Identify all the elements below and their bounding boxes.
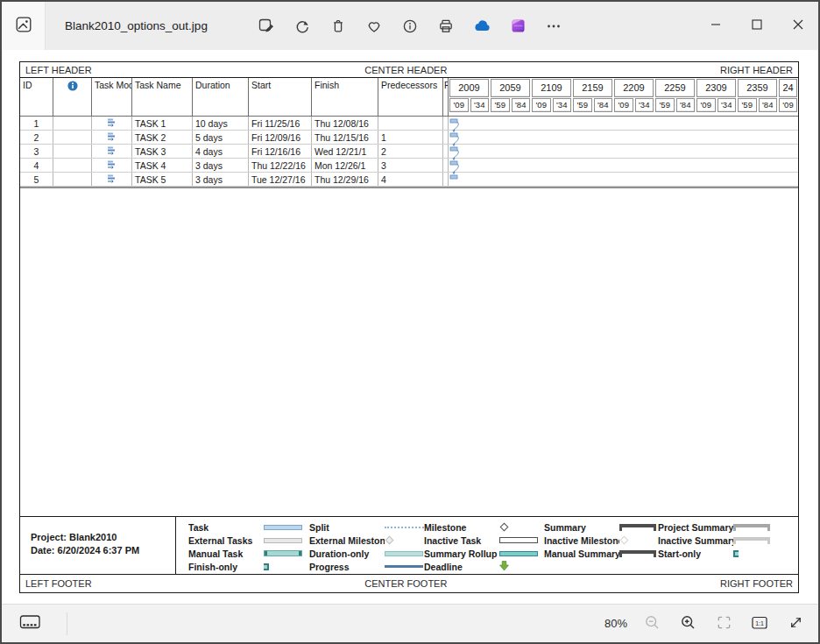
legend-column-5: Project Summary Inactive Summary Start-o…	[658, 520, 770, 560]
trash-icon	[329, 18, 347, 35]
rotate-button[interactable]	[290, 14, 315, 39]
cell-task-name: TASK 4	[132, 159, 193, 172]
legend-label: Manual Summary	[544, 548, 619, 559]
report-left-footer: LEFT FOOTER	[25, 578, 92, 589]
clipchamp-button[interactable]	[505, 14, 530, 39]
one-to-one-icon: 1:1	[751, 614, 768, 633]
fullscreen-icon	[788, 614, 804, 633]
cell-duration: 4 days	[193, 145, 249, 158]
minimize-button[interactable]	[695, 2, 736, 50]
project-date: Date: 6/20/2024 6:37 PM	[31, 544, 139, 557]
file-info-button[interactable]	[398, 14, 422, 39]
zoom-out-button[interactable]	[640, 612, 663, 635]
cell-task-name: TASK 5	[132, 173, 193, 186]
table-row: 3 TASK 3 4 days Fri 12/16/16 Wed 12/21/1…	[20, 145, 798, 159]
legend-column-4: Summary Inactive Milestone Manual Summar…	[544, 520, 656, 560]
rotate-icon	[293, 18, 311, 35]
table-row: 5 TASK 5 3 days Tue 12/27/16 Thu 12/29/1…	[20, 173, 798, 187]
legend-label: Manual Task	[188, 548, 264, 559]
legend-column-1: Task External Tasks Manual Task Finish-o…	[188, 520, 302, 573]
cell-task-mode	[92, 159, 132, 172]
print-button[interactable]	[434, 14, 458, 39]
printer-icon	[437, 18, 455, 35]
edit-icon	[258, 17, 276, 35]
app-tab[interactable]	[2, 2, 46, 50]
image-canvas: LEFT HEADER CENTER HEADER RIGHT HEADER I…	[2, 50, 818, 604]
cell-predecessors: 3	[378, 159, 443, 172]
timescale-year-column: 2159 '59'84	[572, 78, 613, 116]
legend-label: Inactive Milestone	[544, 535, 619, 546]
cell-id: 1	[20, 117, 53, 130]
cell-start: Tue 12/27/16	[249, 173, 312, 186]
window-controls	[695, 2, 818, 50]
delete-button[interactable]	[326, 14, 350, 39]
legend-label: Duration-only	[309, 548, 385, 559]
legend-milestone-swatch	[500, 523, 509, 532]
legend-column-2: Split External Milestone Duration-only P…	[309, 520, 427, 573]
project-info: Project: Blank2010 Date: 6/20/2024 6:37 …	[31, 531, 139, 557]
zoom-level: 80%	[604, 617, 627, 630]
close-button[interactable]	[777, 2, 818, 50]
legend-deadline-swatch	[499, 559, 509, 575]
report-center-header: CENTER HEADER	[364, 65, 447, 75]
cell-id: 3	[20, 145, 53, 158]
cell-info	[53, 173, 92, 186]
close-icon	[793, 19, 803, 32]
auto-scheduled-icon	[107, 160, 117, 169]
legend-inactive-task-swatch	[499, 537, 538, 543]
timescale-year-column: 2259 '59'84	[654, 78, 696, 116]
project-name: Project: Blank2010	[31, 531, 139, 544]
timescale-year-column: 2359 '59'84	[737, 78, 778, 116]
maximize-button[interactable]	[736, 2, 777, 50]
legend-inactive-summary-swatch	[733, 537, 770, 544]
onedrive-button[interactable]	[470, 14, 494, 39]
column-header-duration: Duration	[193, 78, 249, 116]
column-header-id: ID	[20, 78, 53, 116]
filmstrip-icon	[19, 614, 41, 633]
see-more-button[interactable]	[541, 14, 566, 39]
report-header-band: LEFT HEADER CENTER HEADER RIGHT HEADER	[20, 62, 798, 78]
column-header-predecessors: Predecessors	[378, 78, 443, 116]
clipchamp-icon	[509, 17, 527, 35]
legend-finish-only-swatch	[264, 563, 269, 570]
gantt-bars-and-links	[449, 117, 464, 188]
zoom-out-icon	[644, 614, 661, 633]
legend-start-only-swatch	[733, 550, 739, 557]
legend-label: Progress	[309, 562, 385, 572]
report-center-footer: CENTER FOOTER	[364, 578, 447, 589]
legend-label: Deadline	[424, 562, 499, 572]
legend-label: Task	[188, 522, 264, 533]
legend-summary-swatch	[619, 524, 656, 531]
edit-image-button[interactable]	[254, 14, 279, 39]
actual-size-button[interactable]: 1:1	[748, 612, 771, 635]
fullscreen-button[interactable]	[784, 612, 807, 635]
toolbar	[254, 14, 566, 39]
info-badge-icon	[67, 81, 78, 91]
cell-task-mode	[92, 117, 132, 130]
cell-info	[53, 117, 92, 130]
cell-task-mode	[92, 145, 132, 158]
cell-duration: 3 days	[193, 159, 249, 172]
photos-app-window: Blank2010_options_out.jpg	[0, 0, 820, 644]
timescale-year-column: 2309 '09'34	[696, 78, 737, 116]
fit-to-window-button[interactable]	[712, 612, 735, 635]
status-bar: 80%	[2, 604, 818, 642]
favorite-button[interactable]	[362, 14, 386, 39]
auto-scheduled-icon	[107, 174, 117, 183]
column-header-task-name: Task Name	[132, 78, 193, 116]
svg-text:1:1: 1:1	[755, 619, 764, 626]
zoom-in-button[interactable]	[676, 612, 699, 635]
cell-predecessors	[378, 117, 443, 130]
filmstrip-toggle-button[interactable]	[12, 611, 47, 637]
minimize-icon	[710, 19, 721, 32]
legend-inactive-milestone-swatch	[620, 536, 629, 545]
legend-label: Project Summary	[658, 522, 733, 533]
cell-id: 5	[20, 173, 53, 186]
title-bar: Blank2010_options_out.jpg	[2, 2, 818, 50]
cell-info	[53, 159, 92, 172]
legend-divider	[175, 517, 176, 574]
cell-start: Fri 12/16/16	[249, 145, 312, 158]
file-title: Blank2010_options_out.jpg	[65, 19, 208, 32]
legend-label: External Tasks	[188, 535, 264, 546]
zoom-in-icon	[680, 614, 696, 633]
